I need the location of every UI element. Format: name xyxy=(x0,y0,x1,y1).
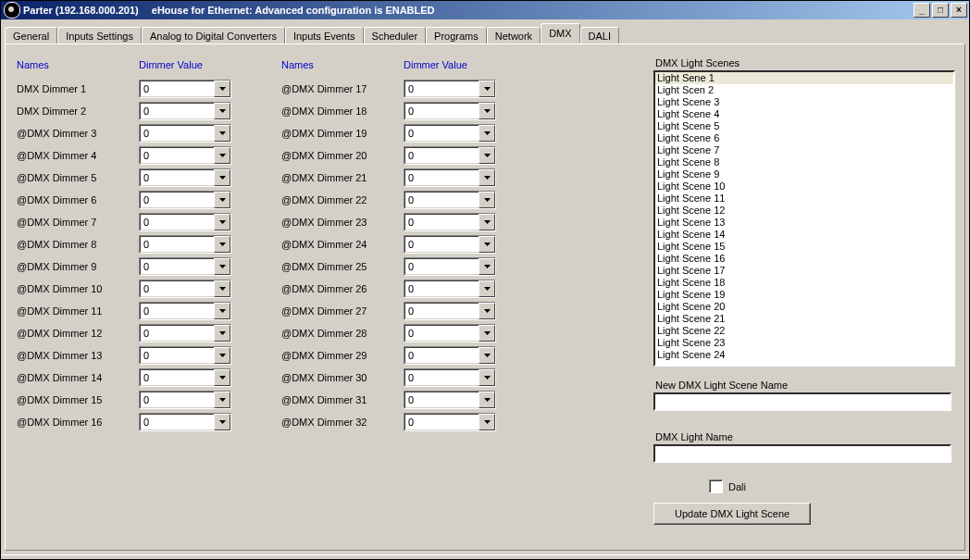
scene-list-item[interactable]: Light Scene 10 xyxy=(655,180,953,193)
dimmer-name: @DMX Dimmer 14 xyxy=(17,367,139,389)
scenes-label: DMX Light Scenes xyxy=(655,57,955,68)
dimmer-value-select-a-14[interactable]: 0 xyxy=(139,368,231,387)
scene-list-item[interactable]: Light Scene 14 xyxy=(655,229,953,241)
chevron-down-icon xyxy=(479,103,495,119)
dimmer-value-cell: 0 xyxy=(404,100,507,122)
dimmer-value-text: 0 xyxy=(404,347,479,364)
dimmer-value-cell: 0 xyxy=(404,233,507,255)
dimmer-value-select-a-5[interactable]: 0 xyxy=(139,168,231,187)
scene-list-item[interactable]: Light Scene 8 xyxy=(655,156,953,168)
dimmer-value-select-a-10[interactable]: 0 xyxy=(139,280,231,298)
dimmer-value-cell: 0 xyxy=(404,322,507,344)
dimmer-value-header-2: Dimmer Value xyxy=(404,59,507,72)
close-button[interactable]: × xyxy=(951,3,967,18)
scene-list-item[interactable]: Light Scene 21 xyxy=(655,313,953,325)
svg-marker-14 xyxy=(219,398,226,402)
minimize-button[interactable]: _ xyxy=(914,3,930,18)
scene-list-item[interactable]: Light Scene 6 xyxy=(655,132,953,144)
tab-dali[interactable]: DALI xyxy=(580,27,619,44)
chevron-down-icon xyxy=(479,192,495,208)
scene-list-item[interactable]: Light Scene 11 xyxy=(655,193,953,205)
dimmer-value-select-b-7[interactable]: 0 xyxy=(404,213,496,231)
scene-list-item[interactable]: Light Scene 17 xyxy=(655,265,953,277)
maximize-button[interactable]: □ xyxy=(932,3,949,18)
dimmer-value-select-b-13[interactable]: 0 xyxy=(404,346,496,365)
tab-scheduler[interactable]: Scheduler xyxy=(364,27,427,44)
tab-analog-to-digital-converters[interactable]: Analog to Digital Converters xyxy=(142,27,285,44)
dimmer-value-select-b-2[interactable]: 0 xyxy=(404,102,496,120)
dimmer-value-text: 0 xyxy=(140,414,214,430)
scene-list-item[interactable]: Light Scene 13 xyxy=(655,217,953,229)
dimmer-value-select-b-9[interactable]: 0 xyxy=(404,257,496,276)
dmx-light-name-input[interactable] xyxy=(653,444,951,463)
dimmer-value-text: 0 xyxy=(404,192,479,208)
svg-marker-11 xyxy=(219,331,226,335)
tab-dmx[interactable]: DMX xyxy=(541,23,579,44)
tab-network[interactable]: Network xyxy=(487,27,541,44)
dimmer-value-select-a-3[interactable]: 0 xyxy=(139,124,231,143)
dimmer-value-select-b-11[interactable]: 0 xyxy=(404,302,496,320)
dimmer-value-select-b-3[interactable]: 0 xyxy=(404,124,496,143)
dimmer-value-select-b-4[interactable]: 0 xyxy=(404,146,496,165)
tab-programs[interactable]: Programs xyxy=(426,27,487,44)
dimmer-name: @DMX Dimmer 32 xyxy=(281,411,404,433)
dimmer-value-select-b-12[interactable]: 0 xyxy=(404,324,496,342)
scene-list-item[interactable]: Light Scene 5 xyxy=(655,120,953,132)
dimmer-value-text: 0 xyxy=(140,369,214,386)
scene-list-item[interactable]: Light Scen 2 xyxy=(655,84,953,96)
dimmer-value-text: 0 xyxy=(404,147,479,164)
dimmer-value-select-b-14[interactable]: 0 xyxy=(404,368,496,387)
scene-list-item[interactable]: Light Scene 20 xyxy=(655,301,953,313)
dimmer-value-select-a-2[interactable]: 0 xyxy=(139,102,231,120)
scenes-panel: DMX Light Scenes Light Sene 1Light Scen … xyxy=(653,57,955,525)
scene-list-item[interactable]: Light Scene 23 xyxy=(655,337,953,349)
dimmer-value-select-a-12[interactable]: 0 xyxy=(139,324,231,342)
dimmer-value-select-b-8[interactable]: 0 xyxy=(404,235,496,254)
tab-inputs-settings[interactable]: Inputs Settings xyxy=(57,27,142,44)
scene-list-item[interactable]: Light Scene 24 xyxy=(655,349,953,361)
dimmer-name: @DMX Dimmer 28 xyxy=(281,322,404,344)
dimmer-value-select-b-16[interactable]: 0 xyxy=(404,413,496,431)
scene-list-item[interactable]: Light Scene 9 xyxy=(655,168,953,180)
scene-list-item[interactable]: Light Sene 1 xyxy=(655,72,953,84)
tab-inputs-events[interactable]: Inputs Events xyxy=(285,27,364,44)
dimmer-value-select-a-7[interactable]: 0 xyxy=(139,213,231,231)
dimmer-value-select-a-6[interactable]: 0 xyxy=(139,191,231,209)
dimmer-values-col-2: Dimmer Value 0000000000000000 xyxy=(404,59,507,433)
dali-checkbox[interactable] xyxy=(709,479,723,493)
new-scene-name-input[interactable] xyxy=(653,392,951,411)
scene-list-item[interactable]: Light Scene 7 xyxy=(655,144,953,156)
dimmer-value-select-b-1[interactable]: 0 xyxy=(404,80,496,98)
dimmer-value-select-b-15[interactable]: 0 xyxy=(404,391,496,409)
dimmer-value-select-a-16[interactable]: 0 xyxy=(139,413,231,431)
scene-list-item[interactable]: Light Scene 3 xyxy=(655,96,953,108)
dimmer-value-select-a-11[interactable]: 0 xyxy=(139,302,231,320)
dimmer-value-select-a-8[interactable]: 0 xyxy=(139,235,231,254)
scene-list-item[interactable]: Light Scene 15 xyxy=(655,241,953,253)
scene-list-item[interactable]: Light Scene 18 xyxy=(655,277,953,289)
svg-marker-13 xyxy=(219,376,226,380)
scene-list-item[interactable]: Light Scene 22 xyxy=(655,325,953,337)
scene-list-item[interactable]: Light Scene 16 xyxy=(655,253,953,265)
svg-marker-0 xyxy=(219,87,226,91)
dimmer-value-select-a-4[interactable]: 0 xyxy=(139,146,231,165)
dimmer-value-select-b-5[interactable]: 0 xyxy=(404,168,496,187)
dimmer-value-cell: 0 xyxy=(139,167,242,189)
scenes-listbox[interactable]: Light Sene 1Light Scen 2Light Scene 3Lig… xyxy=(653,70,955,367)
dimmer-value-select-b-6[interactable]: 0 xyxy=(404,191,496,209)
chevron-down-icon xyxy=(479,214,495,230)
dimmer-value-select-a-15[interactable]: 0 xyxy=(139,391,231,409)
dimmer-value-select-b-10[interactable]: 0 xyxy=(404,280,496,298)
dimmer-name: @DMX Dimmer 31 xyxy=(281,389,404,411)
dimmer-value-cell: 0 xyxy=(139,211,242,233)
update-scene-button[interactable]: Update DMX Light Scene xyxy=(653,503,811,525)
dimmer-value-select-a-1[interactable]: 0 xyxy=(139,80,231,98)
tab-general[interactable]: General xyxy=(5,27,57,44)
dimmer-value-select-a-9[interactable]: 0 xyxy=(139,257,231,276)
dimmer-name: @DMX Dimmer 29 xyxy=(281,344,404,367)
scene-list-item[interactable]: Light Scene 12 xyxy=(655,205,953,217)
dimmer-value-select-a-13[interactable]: 0 xyxy=(139,346,231,365)
dimmer-value-text: 0 xyxy=(140,103,214,119)
scene-list-item[interactable]: Light Scene 19 xyxy=(655,289,953,301)
scene-list-item[interactable]: Light Scene 4 xyxy=(655,108,953,120)
